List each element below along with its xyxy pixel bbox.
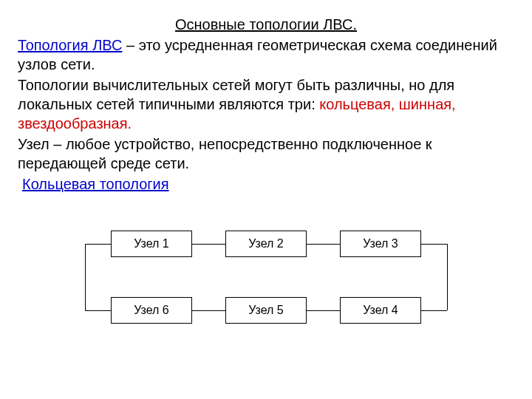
wire	[447, 244, 448, 310]
node-4: Узел 4	[340, 297, 421, 324]
paragraph-node-def: Узел – любое устройство, непосредственно…	[18, 134, 514, 173]
paragraph-types: Топологии вычислительных сетей могут быт…	[18, 75, 514, 133]
wire	[307, 310, 340, 311]
topology-lvs-link[interactable]: Топология ЛВС	[18, 37, 122, 53]
wire	[192, 310, 225, 311]
wire	[85, 310, 111, 311]
wire	[307, 244, 340, 245]
paragraph-definition: Топология ЛВС – это усредненная геометри…	[18, 35, 514, 74]
page-title: Основные топологии ЛВС.	[18, 15, 514, 34]
wire	[421, 244, 447, 245]
node-1: Узел 1	[111, 231, 192, 257]
node-2: Узел 2	[225, 231, 307, 257]
ring-topology-diagram: Узел 1 Узел 2 Узел 3 Узел 6 Узел 5 Узел …	[81, 223, 451, 349]
node-3: Узел 3	[340, 231, 421, 257]
wire	[192, 244, 225, 245]
wire	[85, 244, 111, 245]
wire	[85, 244, 86, 310]
wire	[421, 310, 447, 311]
node-6: Узел 6	[111, 297, 192, 324]
ring-topology-link[interactable]: Кольцевая топология	[22, 174, 514, 194]
node-5: Узел 5	[225, 297, 307, 324]
